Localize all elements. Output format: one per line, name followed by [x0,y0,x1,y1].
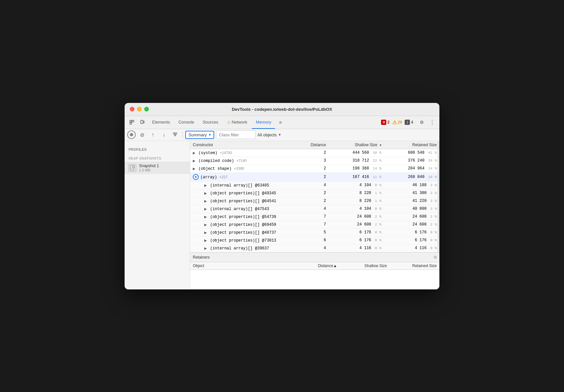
cell-constructor: ▶ (object properties)[] @64541 [190,197,301,205]
col-header-constructor[interactable]: Constructor [190,141,301,149]
maximize-button[interactable] [144,107,149,111]
download-button[interactable]: ↓ [159,130,169,139]
child-expand-arrow-icon[interactable]: ▶ [204,191,209,195]
info-icon: i [405,120,410,125]
cell-constructor: ▶ (object shape) ×3389 [190,165,301,172]
col-header-retained[interactable]: Retained Size [384,141,439,149]
warning-icon: ⚠ [392,119,397,126]
cell-constructor: ▾ (array) ×227 [190,172,301,181]
window-title: DevTools - codepen.io/web-dot-dev/live/P… [232,107,332,112]
info-badge[interactable]: i 4 [405,120,413,125]
retainers-col-object[interactable]: Object [190,262,302,270]
record-button[interactable] [127,130,136,139]
cell-retained: 268 840 18 % [384,172,439,181]
minimize-button[interactable] [137,107,142,111]
table-row[interactable]: ▶ (internal array)[] @47543 4 4 104 0 % … [190,205,439,213]
cell-shallow: 4 104 0 % [329,205,384,213]
child-expand-arrow-icon[interactable]: ▶ [204,239,209,242]
tab-console[interactable]: Console [174,116,198,129]
all-objects-dropdown[interactable]: All objects ▾ [257,132,437,137]
table-row[interactable]: ▶ (object properties)[] @64541 2 8 220 1… [190,197,439,205]
tab-memory[interactable]: Memory [252,116,275,129]
retainers-col-distance[interactable]: Distance▲ [302,262,340,270]
child-expand-arrow-icon[interactable]: ▶ [204,199,209,203]
table-row[interactable]: ▶ (internal array)[] @63485 4 4 104 0 % … [190,181,439,189]
filter-button[interactable] [171,130,180,139]
cell-shallow: 4 104 0 % [329,181,384,189]
svg-rect-0 [130,120,131,122]
cell-distance: 7 [301,213,329,221]
close-button[interactable] [130,107,134,111]
child-expand-arrow-icon[interactable]: ▶ [204,246,209,250]
cell-distance: 4 [301,244,329,252]
cell-constructor: ▶ (object properties)[] @49345 [190,189,301,197]
toolbar-right-icons: ⚙ ⋮ [417,118,437,127]
sidebar: Profiles HEAP SNAPSHOTS Snapshot 1 [125,141,190,289]
devtools-window: DevTools - codepen.io/web-dot-dev/live/P… [125,103,439,289]
child-expand-arrow-icon[interactable]: ▶ [204,231,209,234]
child-expand-arrow-icon[interactable]: ▶ [204,184,209,187]
more-tabs-button[interactable]: » [276,118,285,127]
cell-distance: 7 [301,221,329,228]
device-toolbar-icon[interactable] [138,118,147,127]
cell-retained: 46 188 3 % [384,181,439,189]
retainers-empty-row [190,269,439,289]
retainers-col-shallow[interactable]: Shallow Size [340,262,390,270]
col-header-distance[interactable]: Distance [301,141,329,149]
retainers-menu-icon[interactable]: ≡ [434,254,437,260]
svg-rect-4 [143,121,144,123]
retainers-col-retained[interactable]: Retained Size [390,262,439,270]
table-row[interactable]: ▶ (system) ×14793 2 444 560 30 % 608 548… [190,149,439,157]
col-header-shallow[interactable]: Shallow Size ▾ [329,141,384,149]
table-row[interactable]: ▶ (object properties)[] @49345 2 8 220 1… [190,189,439,197]
expand-arrow-icon[interactable]: ▶ [193,167,197,170]
table-header-row: Constructor Distance Shallow Size ▾ [190,141,439,149]
table-row[interactable]: ▶ (internal array)[] @39637 4 4 116 0 % … [190,244,439,252]
cell-shallow: 6 176 0 % [329,236,384,244]
svg-rect-9 [132,166,134,167]
summary-dropdown[interactable]: Summary ▾ [185,131,214,139]
expand-arrow-icon[interactable]: ▶ [193,159,197,163]
secondary-toolbar: ⊘ ↑ ↓ Summary ▾ All objects ▾ [125,129,439,141]
heap-table[interactable]: Constructor Distance Shallow Size ▾ [190,141,439,252]
retainers-body [190,269,439,289]
tab-network[interactable]: ⚠ Network [223,116,252,129]
clear-button[interactable]: ⊘ [138,130,146,139]
scrollbar[interactable] [437,141,439,252]
table-row[interactable]: ▶ (object properties)[] @73013 6 6 176 0… [190,236,439,244]
child-expand-arrow-icon[interactable]: ▶ [204,207,209,211]
snapshot-size: 1.5 MB [139,168,186,172]
table-row[interactable]: ▶ (object properties)[] @54739 7 24 608 … [190,213,439,221]
customize-icon[interactable]: ⋮ [428,118,437,127]
table-row[interactable]: ▶ (object shape) ×3389 2 198 388 14 % 20… [190,165,439,172]
table-row[interactable]: ▾ (array) ×227 2 167 416 11 % 268 840 18… [190,172,439,181]
child-expand-arrow-icon[interactable]: ▶ [204,223,209,226]
table-area: Constructor Distance Shallow Size ▾ [190,141,439,289]
svg-rect-6 [173,134,177,135]
child-expand-arrow-icon[interactable]: ▶ [204,215,209,219]
cell-retained: 204 964 14 % [384,165,439,172]
cell-distance: 2 [301,149,329,157]
snapshot-name: Snapshot 1 [139,164,186,168]
warning-badge[interactable]: ⚠ 29 [392,119,402,126]
svg-rect-7 [174,135,176,136]
cell-shallow: 4 116 0 % [329,244,384,252]
class-filter-input[interactable] [216,130,255,139]
expand-arrow-icon[interactable]: ▾ [193,174,199,180]
settings-icon[interactable]: ⚙ [417,118,426,127]
svg-rect-2 [130,123,131,124]
cell-retained: 6 176 0 % [384,228,439,236]
expand-arrow-icon[interactable]: ▶ [193,151,197,155]
snapshot-item[interactable]: Snapshot 1 1.5 MB [125,162,190,174]
inspect-element-icon[interactable] [127,118,136,127]
table-row[interactable]: ▶ (compiled code) ×7140 3 318 712 22 % 3… [190,157,439,165]
table-row[interactable]: ▶ (object properties)[] @48737 5 6 176 0… [190,228,439,236]
tab-sources[interactable]: Sources [199,116,222,129]
error-badge[interactable]: ✕ 2 [381,120,390,125]
table-row[interactable]: ▶ (object properties)[] @69459 7 24 608 … [190,221,439,228]
sidebar-profiles-title: Profiles [125,145,190,153]
cell-retained: 4 116 0 % [384,244,439,252]
cell-distance: 2 [301,172,329,181]
upload-button[interactable]: ↑ [148,130,157,139]
tab-elements[interactable]: Elements [148,116,174,129]
